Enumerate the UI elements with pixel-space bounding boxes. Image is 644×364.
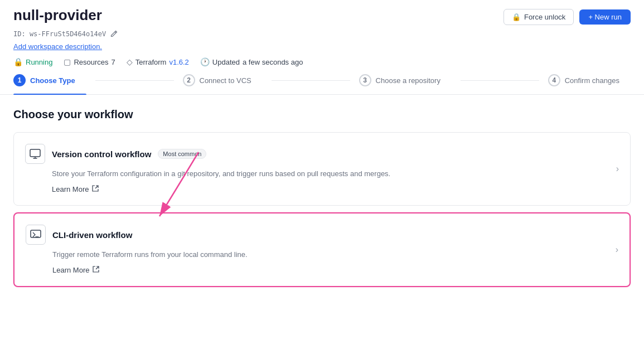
monitor-icon xyxy=(25,144,45,164)
chevron-right-icon-1: › xyxy=(616,164,619,174)
step-2-label: Connect to VCS xyxy=(200,76,251,85)
cli-driven-title: CLI-driven workflow xyxy=(52,230,132,240)
svg-rect-0 xyxy=(30,149,40,157)
terraform-version-link[interactable]: v1.6.2 xyxy=(169,58,188,66)
step-2-connect-vcs[interactable]: 2 Connect to VCS xyxy=(183,66,263,94)
cli-driven-learn-more-label: Learn More xyxy=(52,266,89,274)
svg-rect-4 xyxy=(31,230,41,237)
workspace-id: ID: ws-FFruSt5D464o14eV xyxy=(13,30,631,38)
meta-terraform: ◇ Terraform v1.6.2 xyxy=(127,57,189,66)
meta-status: 🔒 Running xyxy=(13,57,52,66)
terraform-icon: ◇ xyxy=(127,57,133,66)
cli-driven-description: Trigger remote Terraform runs from your … xyxy=(26,250,618,259)
external-link-icon-2 xyxy=(92,265,100,275)
version-control-header: Version control workflow Most common xyxy=(25,144,619,164)
section-title: Choose your workflow xyxy=(13,108,631,121)
chevron-right-icon-2: › xyxy=(616,245,618,255)
step-3-number: 3 xyxy=(359,74,371,86)
version-control-title: Version control workflow xyxy=(52,149,151,159)
page-title: null-provider xyxy=(13,7,102,24)
force-unlock-button[interactable]: 🔒 Force unlock xyxy=(503,9,574,25)
add-description-link[interactable]: Add workspace description. xyxy=(13,42,102,51)
meta-updated: 🕐 Updated a few seconds ago xyxy=(200,57,303,66)
step-divider-1 xyxy=(95,80,174,81)
new-run-label: + New run xyxy=(588,13,622,21)
step-divider-2 xyxy=(272,80,350,81)
resources-label: Resources xyxy=(74,58,108,66)
header-area: null-provider 🔒 Force unlock + New run I… xyxy=(0,0,644,66)
step-4-label: Confirm changes xyxy=(565,76,619,85)
running-icon: 🔒 xyxy=(13,57,23,66)
terminal-icon xyxy=(26,225,46,245)
external-link-icon xyxy=(91,185,99,194)
meta-resources: ▢ Resources 7 xyxy=(64,57,115,66)
force-unlock-label: Force unlock xyxy=(524,13,565,21)
page-container: null-provider 🔒 Force unlock + New run I… xyxy=(0,0,644,364)
header-top: null-provider 🔒 Force unlock + New run xyxy=(13,7,631,25)
version-control-card[interactable]: Version control workflow Most common Sto… xyxy=(13,132,631,206)
updated-time: a few seconds ago xyxy=(243,58,303,66)
stepper-container: 1 Choose Type 2 Connect to VCS 3 Choose … xyxy=(0,66,644,95)
header-actions: 🔒 Force unlock + New run xyxy=(503,9,631,25)
workspace-meta: 🔒 Running ▢ Resources 7 ◇ Terraform v1.6… xyxy=(13,57,631,66)
svg-line-3 xyxy=(95,186,98,188)
step-4-confirm[interactable]: 4 Confirm changes xyxy=(548,66,631,94)
step-1-label: Choose Type xyxy=(30,76,75,85)
most-common-badge: Most common xyxy=(158,149,206,159)
step-2-number: 2 xyxy=(183,74,195,86)
cli-driven-card[interactable]: CLI-driven workflow Trigger remote Terra… xyxy=(13,212,631,287)
cli-driven-header: CLI-driven workflow xyxy=(26,225,618,245)
version-control-learn-more[interactable]: Learn More xyxy=(25,185,619,194)
main-content: Choose your workflow Version control wor… xyxy=(0,95,644,307)
terraform-label: Terraform xyxy=(135,58,167,66)
resources-icon: ▢ xyxy=(64,57,71,66)
updated-label: Updated xyxy=(212,58,240,66)
step-divider-3 xyxy=(461,80,539,81)
cli-driven-learn-more[interactable]: Learn More xyxy=(26,265,618,275)
workspace-id-text: ID: ws-FFruSt5D464o14eV xyxy=(13,30,106,38)
step-4-number: 4 xyxy=(548,74,560,86)
new-run-button[interactable]: + New run xyxy=(579,9,631,25)
version-control-learn-more-label: Learn More xyxy=(52,185,89,193)
step-1-choose-type[interactable]: 1 Choose Type xyxy=(13,66,86,94)
clock-icon: 🕐 xyxy=(200,57,210,66)
svg-line-6 xyxy=(96,266,99,269)
lock-icon: 🔒 xyxy=(512,13,521,21)
workflow-cards-container: Version control workflow Most common Sto… xyxy=(13,132,631,287)
step-3-choose-repo[interactable]: 3 Choose a repository xyxy=(359,66,452,94)
step-1-number: 1 xyxy=(13,74,26,86)
status-text: Running xyxy=(26,58,52,66)
resources-count: 7 xyxy=(112,58,115,66)
version-control-description: Store your Terraform configuration in a … xyxy=(25,169,619,178)
edit-icon[interactable] xyxy=(109,30,118,38)
step-3-label: Choose a repository xyxy=(376,76,440,85)
